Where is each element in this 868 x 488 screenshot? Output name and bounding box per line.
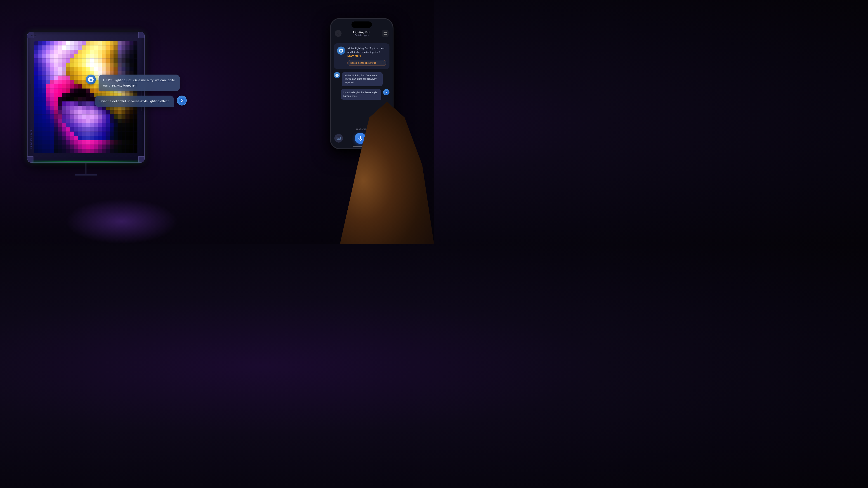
svg-rect-595 xyxy=(122,136,126,140)
svg-rect-470 xyxy=(38,119,42,123)
svg-rect-131 xyxy=(38,63,42,67)
svg-rect-118 xyxy=(90,58,94,63)
svg-rect-208 xyxy=(34,76,38,80)
phone-user-bubble: I want a delightful universe-style light… xyxy=(341,89,381,100)
svg-rect-81 xyxy=(46,54,51,58)
svg-rect-527 xyxy=(58,127,62,132)
svg-rect-148 xyxy=(106,63,110,67)
svg-rect-421 xyxy=(50,110,54,114)
svg-rect-299 xyxy=(82,89,86,93)
svg-rect-613 xyxy=(90,140,94,144)
svg-rect-141 xyxy=(78,63,82,67)
svg-rect-45 xyxy=(110,45,114,50)
recommended-label: Recommended keywords xyxy=(350,62,376,64)
svg-rect-435 xyxy=(106,110,110,114)
header-action-button[interactable] xyxy=(382,30,389,37)
svg-rect-618 xyxy=(110,140,114,144)
svg-rect-489 xyxy=(114,119,118,123)
svg-rect-417 xyxy=(34,110,38,114)
svg-rect-555 xyxy=(66,132,70,136)
bot-avatar-phone xyxy=(337,46,345,55)
svg-rect-398 xyxy=(62,106,66,110)
svg-rect-192 xyxy=(74,71,78,76)
svg-rect-517 xyxy=(122,123,126,127)
svg-rect-530 xyxy=(70,127,74,132)
back-button[interactable]: ‹ xyxy=(335,30,342,37)
svg-rect-568 xyxy=(118,132,122,136)
svg-rect-512 xyxy=(102,123,106,127)
svg-rect-468 xyxy=(133,114,137,119)
svg-rect-572 xyxy=(133,132,137,136)
recommended-keywords-button[interactable]: Recommended keywords › xyxy=(347,60,386,66)
svg-rect-87 xyxy=(70,54,74,58)
svg-rect-503 xyxy=(66,123,70,127)
svg-rect-670 xyxy=(110,149,114,153)
svg-rect-583 xyxy=(74,136,78,140)
svg-rect-180 xyxy=(129,67,133,71)
svg-rect-85 xyxy=(62,54,66,58)
svg-rect-680 xyxy=(91,78,91,78)
svg-rect-529 xyxy=(66,127,70,132)
svg-rect-139 xyxy=(70,63,74,67)
svg-rect-584 xyxy=(78,136,82,140)
svg-rect-43 xyxy=(102,45,106,50)
svg-rect-510 xyxy=(94,123,98,127)
svg-rect-496 xyxy=(38,123,42,127)
svg-point-695 xyxy=(336,74,339,77)
svg-rect-567 xyxy=(114,132,118,136)
svg-rect-170 xyxy=(90,67,94,71)
svg-rect-569 xyxy=(122,132,126,136)
floating-user-bubble: I want a delightful universe-style light… xyxy=(95,96,174,107)
svg-rect-6 xyxy=(58,41,62,45)
svg-rect-545 xyxy=(129,127,133,132)
svg-rect-124 xyxy=(114,58,118,63)
svg-rect-135 xyxy=(54,63,58,67)
corner-tr xyxy=(138,32,145,38)
svg-rect-166 xyxy=(74,67,78,71)
svg-rect-641 xyxy=(98,144,102,149)
floating-user-message: I want a delightful universe-style light… xyxy=(95,96,187,107)
svg-rect-592 xyxy=(110,136,114,140)
svg-rect-610 xyxy=(78,140,82,144)
svg-rect-287 xyxy=(34,89,38,93)
svg-rect-80 xyxy=(42,54,46,58)
svg-rect-154 xyxy=(129,63,133,67)
svg-rect-692 xyxy=(341,49,341,50)
svg-rect-661 xyxy=(74,149,78,153)
svg-rect-546 xyxy=(133,127,137,132)
svg-rect-614 xyxy=(94,140,98,144)
svg-rect-528 xyxy=(62,127,66,132)
svg-rect-28 xyxy=(42,45,46,50)
svg-rect-480 xyxy=(78,119,82,123)
svg-rect-104 xyxy=(34,58,38,63)
svg-rect-427 xyxy=(74,110,78,114)
svg-rect-128 xyxy=(129,58,133,63)
svg-rect-119 xyxy=(94,58,98,63)
phone-bot-message: Hi! I'm Lighting Bot. Give me a try. we … xyxy=(334,72,390,86)
svg-rect-239 xyxy=(50,80,54,84)
svg-rect-518 xyxy=(125,123,129,127)
learn-more-link[interactable]: Learn More xyxy=(347,55,361,57)
svg-rect-97 xyxy=(110,54,114,58)
svg-rect-490 xyxy=(118,119,122,123)
svg-rect-91 xyxy=(86,54,90,58)
svg-rect-185 xyxy=(46,71,51,76)
svg-rect-505 xyxy=(74,123,78,127)
svg-rect-298 xyxy=(78,89,82,93)
svg-rect-365 xyxy=(34,101,38,106)
keyboard-button[interactable] xyxy=(334,134,343,142)
svg-rect-267 xyxy=(58,84,62,89)
svg-rect-525 xyxy=(50,127,54,132)
svg-rect-269 xyxy=(66,84,70,89)
svg-rect-563 xyxy=(98,132,102,136)
svg-rect-623 xyxy=(129,140,133,144)
svg-rect-441 xyxy=(129,110,133,114)
svg-rect-424 xyxy=(62,110,66,114)
svg-rect-667 xyxy=(98,149,102,153)
svg-rect-620 xyxy=(118,140,122,144)
svg-rect-114 xyxy=(74,58,78,63)
svg-rect-602 xyxy=(46,140,51,144)
svg-rect-556 xyxy=(70,132,74,136)
svg-rect-152 xyxy=(122,63,126,67)
svg-rect-162 xyxy=(58,67,62,71)
